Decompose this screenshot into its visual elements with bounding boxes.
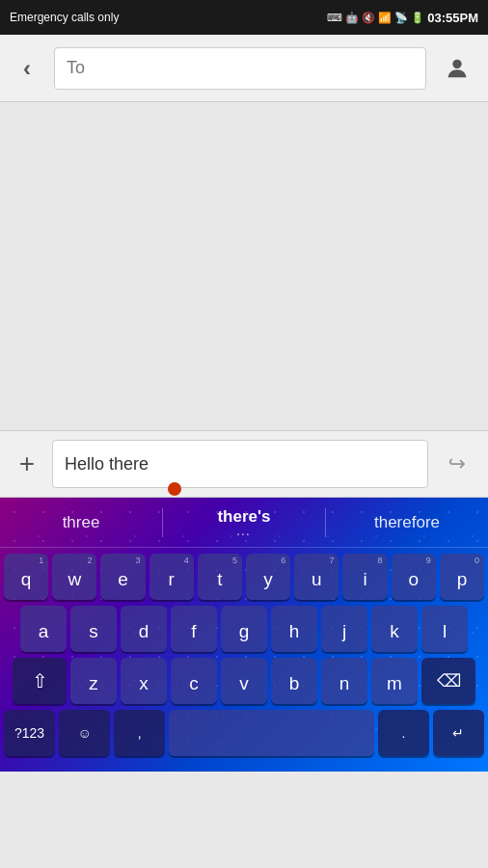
- plus-icon: +: [19, 448, 35, 479]
- key-j[interactable]: j: [321, 606, 367, 652]
- key-r[interactable]: 4r: [149, 554, 194, 600]
- key-g[interactable]: g: [221, 606, 267, 652]
- comma-key[interactable]: ,: [114, 710, 165, 756]
- message-input-wrapper: [52, 440, 428, 488]
- key-row-3: ⇧ z x c v b n m ⌫: [4, 658, 484, 704]
- mute-icon: 🔇: [362, 12, 375, 24]
- suggestion-three[interactable]: three: [0, 505, 162, 540]
- key-d[interactable]: d: [121, 606, 167, 652]
- cursor-dot: [168, 482, 181, 496]
- key-c[interactable]: c: [171, 658, 217, 704]
- enter-key[interactable]: ↵: [433, 710, 484, 756]
- comma-label: ,: [138, 725, 142, 741]
- key-e[interactable]: 3e: [100, 554, 145, 600]
- key-h[interactable]: h: [271, 606, 317, 652]
- space-key[interactable]: [169, 710, 373, 756]
- compose-bar: + ↩: [0, 430, 488, 498]
- key-b[interactable]: b: [271, 658, 317, 704]
- enter-icon: ↵: [452, 725, 464, 741]
- back-button[interactable]: ‹: [10, 51, 44, 86]
- suggestions-bar: three there's ... therefore: [0, 498, 488, 548]
- num-key[interactable]: ?123: [4, 710, 55, 756]
- message-area: [0, 102, 488, 430]
- key-m[interactable]: m: [371, 658, 418, 704]
- key-v[interactable]: v: [221, 658, 267, 704]
- key-row-2: a s d f g h j k l: [4, 606, 484, 652]
- to-input[interactable]: [54, 47, 426, 90]
- key-y[interactable]: 6y: [246, 554, 290, 600]
- backspace-key[interactable]: ⌫: [421, 658, 475, 704]
- key-w[interactable]: 2w: [52, 554, 96, 600]
- header-bar: ‹: [0, 35, 488, 102]
- period-key[interactable]: .: [378, 710, 429, 756]
- key-f[interactable]: f: [171, 606, 217, 652]
- key-u[interactable]: 7u: [294, 554, 339, 600]
- backspace-icon: ⌫: [437, 670, 461, 692]
- key-l[interactable]: l: [421, 606, 468, 652]
- signal-icon: 📡: [394, 12, 408, 24]
- suggestion-therefore[interactable]: therefore: [326, 505, 488, 540]
- status-bar: Emergency calls only ⌨ 🤖 🔇 📶 📡 🔋 03:55PM: [0, 0, 488, 35]
- key-rows: 1q 2w 3e 4r 5t 6y 7u 8i 9o 0p a s d f g …: [0, 548, 488, 772]
- wifi-icon: 📶: [378, 12, 392, 24]
- key-x[interactable]: x: [121, 658, 167, 704]
- emoji-icon: ☺: [78, 725, 92, 741]
- suggestion-dots: ...: [163, 527, 325, 537]
- message-input[interactable]: [52, 440, 428, 488]
- send-icon: ↩: [448, 451, 466, 476]
- suggestion-theres[interactable]: there's ...: [163, 500, 325, 545]
- status-time: 03:55PM: [427, 11, 478, 25]
- key-o[interactable]: 9o: [392, 554, 436, 600]
- shift-key[interactable]: ⇧: [13, 658, 67, 704]
- num-label: ?123: [14, 725, 44, 741]
- key-k[interactable]: k: [371, 606, 418, 652]
- key-a[interactable]: a: [20, 606, 67, 652]
- status-icons: ⌨ 🤖 🔇 📶 📡 🔋 03:55PM: [327, 11, 478, 25]
- key-row-bottom: ?123 ☺ , . ↵: [4, 710, 484, 764]
- key-p[interactable]: 0p: [440, 554, 484, 600]
- person-icon: [444, 55, 471, 82]
- key-n[interactable]: n: [321, 658, 367, 704]
- add-button[interactable]: +: [10, 447, 44, 481]
- period-label: .: [401, 725, 405, 741]
- key-row-1: 1q 2w 3e 4r 5t 6y 7u 8i 9o 0p: [4, 554, 484, 600]
- key-s[interactable]: s: [70, 606, 117, 652]
- svg-point-0: [452, 59, 461, 68]
- key-z[interactable]: z: [70, 658, 117, 704]
- battery-icon: 🔋: [411, 12, 424, 24]
- shift-icon: ⇧: [32, 669, 48, 692]
- contact-button[interactable]: [436, 47, 478, 90]
- key-q[interactable]: 1q: [4, 554, 48, 600]
- key-t[interactable]: 5t: [198, 554, 242, 600]
- key-i[interactable]: 8i: [342, 554, 387, 600]
- status-text: Emergency calls only: [10, 11, 119, 24]
- keyboard-area: three there's ... therefore 1q 2w 3e 4r …: [0, 498, 488, 772]
- android-icon: 🤖: [345, 12, 359, 24]
- back-icon: ‹: [23, 55, 31, 82]
- emoji-key[interactable]: ☺: [59, 710, 110, 756]
- send-button[interactable]: ↩: [436, 443, 478, 485]
- keyboard-icon: ⌨: [327, 12, 342, 24]
